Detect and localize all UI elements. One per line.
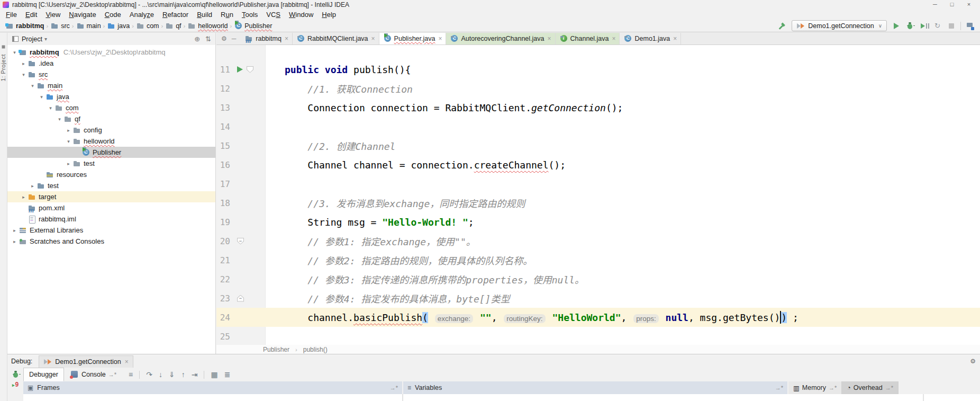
chevron-down-icon[interactable]: ▾ <box>56 117 63 122</box>
hide-panel-icon[interactable]: ─ <box>232 35 237 42</box>
debug-settings-icon[interactable]: ⚙ <box>970 358 976 365</box>
editor-tab-Publisher.java[interactable]: Publisher.java× <box>379 33 447 44</box>
tree-item-target[interactable]: ▸target <box>7 191 215 202</box>
chevron-down-icon[interactable]: ▾ <box>65 139 72 144</box>
tree-item-qf[interactable]: ▾qf <box>7 113 215 124</box>
tree-item-helloworld[interactable]: ▾helloworld <box>7 136 215 147</box>
debug-session-tab[interactable]: Demo1.getConnection × <box>39 355 133 368</box>
breadcrumb-item-java[interactable]: java <box>107 22 130 30</box>
chevron-down-icon[interactable]: ▾ <box>47 105 55 111</box>
menu-build[interactable]: Build <box>193 10 216 19</box>
menu-tools[interactable]: Tools <box>238 10 262 19</box>
tree-item-Publisher[interactable]: Publisher <box>7 147 215 158</box>
breadcrumb-item-qf[interactable]: qf <box>165 22 181 30</box>
settings-icon[interactable]: ⚙ <box>221 35 227 42</box>
stop-icon[interactable] <box>947 22 956 30</box>
close-tab-icon[interactable]: × <box>612 35 615 42</box>
tree-item-rabbitmq[interactable]: ▾rabbitmqC:\Users\zjw_2\Desktop\rabbitmq <box>7 47 215 58</box>
editor-tab-AutorecoveringChannel.java[interactable]: AutorecoveringChannel.java× <box>446 33 555 44</box>
menu-code[interactable]: Code <box>101 10 125 19</box>
fold-down-icon[interactable] <box>247 66 253 73</box>
memory-tab[interactable]: ▥ Memory →* <box>788 381 842 394</box>
build-hammer-icon[interactable] <box>778 22 787 30</box>
variables-header[interactable]: ≡ Variables →* <box>403 381 788 394</box>
evaluate-expression-icon[interactable]: ▦ <box>211 370 217 379</box>
debug-tab-console[interactable]: Console→* <box>64 368 122 381</box>
fold-down-minus-icon[interactable]: − <box>237 238 244 245</box>
editor-tab-Demo1.java[interactable]: Demo1.java× <box>620 33 681 44</box>
run-line-icon[interactable] <box>237 66 243 73</box>
menu-view[interactable]: View <box>41 10 65 19</box>
chevron-right-icon[interactable]: ▸ <box>20 61 28 66</box>
tree-item-java[interactable]: ▾java <box>7 91 215 102</box>
debug-bug-icon[interactable] <box>11 370 20 379</box>
menu-run[interactable]: Run <box>216 10 238 19</box>
pin-icon[interactable]: →* <box>775 385 783 391</box>
tree-item-rabbitmq.iml[interactable]: rabbitmq.iml <box>7 213 215 225</box>
tree-item-com[interactable]: ▾com <box>7 102 215 113</box>
minimize-button[interactable]: ─ <box>927 0 943 9</box>
locate-file-icon[interactable]: ⊕ <box>194 35 200 43</box>
attach-icon[interactable] <box>966 22 975 30</box>
profiler-icon[interactable] <box>933 22 942 30</box>
chevron-down-icon[interactable]: ▾ <box>29 83 37 88</box>
coverage-icon[interactable] <box>919 22 928 30</box>
close-tab-icon[interactable]: × <box>285 35 288 42</box>
tree-item-src[interactable]: ▾src <box>7 69 215 80</box>
chevron-right-icon[interactable]: ▸ <box>11 228 19 233</box>
threads-icon[interactable]: ≡ <box>129 370 133 379</box>
chevron-right-icon[interactable]: ▸ <box>29 183 37 189</box>
menu-refactor[interactable]: Refactor <box>158 10 193 19</box>
step-into-icon[interactable]: ↓ <box>159 370 162 379</box>
chevron-right-icon[interactable]: ▸ <box>20 194 28 200</box>
debug-tab-debugger[interactable]: Debugger <box>23 368 64 381</box>
tree-item-External Libraries[interactable]: ▸External Libraries <box>7 225 215 236</box>
breadcrumb-item-com[interactable]: com <box>136 22 159 30</box>
breadcrumb-item-rabbitmq[interactable]: rabbitmq <box>5 22 44 30</box>
menu-edit[interactable]: Edit <box>21 10 41 19</box>
tool-window-icon[interactable] <box>1 44 6 49</box>
tree-item-pom.xml[interactable]: pom.xml <box>7 202 215 213</box>
project-stripe-button[interactable]: 1: Project <box>0 54 7 81</box>
run-configuration-select[interactable]: Demo1.getConnection ∨ <box>792 20 887 31</box>
chevron-down-icon[interactable]: ▾ <box>38 94 46 100</box>
close-tab-icon[interactable]: × <box>371 35 375 42</box>
menu-navigate[interactable]: Navigate <box>65 10 100 19</box>
breadcrumb-item-Publisher[interactable]: Publisher <box>234 22 272 30</box>
close-tab-icon[interactable]: × <box>673 35 677 42</box>
menu-help[interactable]: Help <box>317 10 340 19</box>
code-editor[interactable]: 11public void publish(){12 //1. 获取Connec… <box>216 45 980 345</box>
editor-tab-Channel.java[interactable]: Channel.java× <box>556 33 620 44</box>
editor-tab-RabbitMQClient.java[interactable]: RabbitMQClient.java× <box>293 33 379 44</box>
editor-tab-rabbitmq[interactable]: rabbitmq× <box>241 33 293 44</box>
breadcrumb-item-helloworld[interactable]: helloworld <box>187 22 228 30</box>
chevron-right-icon[interactable]: ▸ <box>65 128 72 133</box>
tree-item-test[interactable]: ▸test <box>7 158 215 169</box>
chevron-down-icon[interactable]: ▾ <box>11 50 19 55</box>
breakpoint-count-badge[interactable]: ▸9 <box>12 381 19 388</box>
close-tab-icon[interactable]: × <box>438 35 442 42</box>
tree-item-config[interactable]: ▸config <box>7 124 215 136</box>
menu-vcs[interactable]: VCS <box>262 10 285 19</box>
close-tab-icon[interactable]: × <box>547 35 551 42</box>
tree-item-.idea[interactable]: ▸.idea <box>7 58 215 69</box>
tree-item-test[interactable]: ▸test <box>7 180 215 191</box>
chevron-right-icon[interactable]: ▸ <box>11 239 19 244</box>
close-button[interactable]: × <box>960 0 977 9</box>
breadcrumb-item-main[interactable]: main <box>76 22 101 30</box>
variables-content[interactable] <box>403 394 924 401</box>
editor-breadcrumb-item[interactable]: publish() <box>303 346 328 353</box>
collapse-all-icon[interactable]: ⇅ <box>205 35 211 43</box>
debug-bug-icon[interactable] <box>905 22 914 30</box>
breadcrumb-item-src[interactable]: src <box>50 22 70 30</box>
chevron-right-icon[interactable]: ▸ <box>65 161 72 166</box>
pin-icon[interactable]: →* <box>390 385 398 391</box>
menu-analyze[interactable]: Analyze <box>125 10 158 19</box>
close-icon[interactable]: × <box>125 358 129 366</box>
menu-window[interactable]: Window <box>285 10 317 19</box>
project-panel-title[interactable]: Project <box>22 35 42 43</box>
tree-item-main[interactable]: ▾main <box>7 80 215 91</box>
maximize-button[interactable]: □ <box>943 0 960 9</box>
step-over-icon[interactable]: ↷ <box>146 370 152 379</box>
chevron-down-icon[interactable]: ▾ <box>20 72 28 77</box>
